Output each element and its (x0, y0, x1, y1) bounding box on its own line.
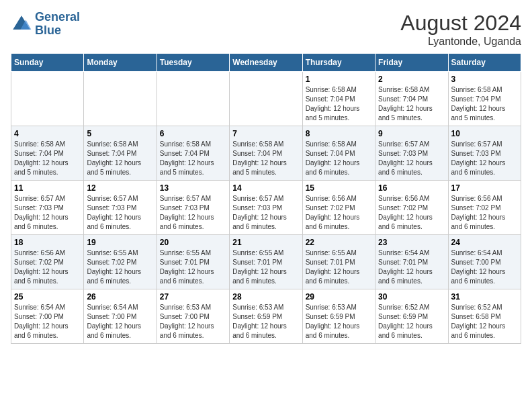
weekday-header: Thursday (302, 54, 375, 72)
day-info: Sunrise: 6:53 AM Sunset: 7:00 PM Dayligh… (160, 303, 226, 340)
calendar-day-cell: 22Sunrise: 6:55 AM Sunset: 7:01 PM Dayli… (302, 235, 375, 289)
day-info: Sunrise: 6:56 AM Sunset: 7:02 PM Dayligh… (14, 248, 81, 286)
day-info: Sunrise: 6:58 AM Sunset: 7:04 PM Dayligh… (160, 140, 226, 177)
calendar-day-cell: 19Sunrise: 6:55 AM Sunset: 7:02 PM Dayli… (84, 235, 157, 289)
calendar-day-cell: 12Sunrise: 6:57 AM Sunset: 7:03 PM Dayli… (84, 181, 157, 235)
logo-icon (11, 13, 32, 35)
calendar-day-cell: 7Sunrise: 6:58 AM Sunset: 7:04 PM Daylig… (230, 126, 302, 181)
day-number: 17 (451, 183, 518, 193)
day-number: 28 (232, 292, 299, 302)
day-number: 2 (378, 75, 445, 84)
day-info: Sunrise: 6:58 AM Sunset: 7:04 PM Dayligh… (87, 140, 153, 177)
calendar-day-cell (157, 72, 229, 126)
calendar-day-cell: 23Sunrise: 6:54 AM Sunset: 7:01 PM Dayli… (375, 235, 448, 289)
day-info: Sunrise: 6:57 AM Sunset: 7:03 PM Dayligh… (87, 194, 153, 232)
day-info: Sunrise: 6:56 AM Sunset: 7:02 PM Dayligh… (378, 194, 445, 232)
day-number: 4 (14, 129, 81, 138)
location: Lyantonde, Uganda (400, 36, 521, 48)
calendar-day-cell: 1Sunrise: 6:58 AM Sunset: 7:04 PM Daylig… (302, 72, 375, 126)
calendar-day-cell: 29Sunrise: 6:53 AM Sunset: 6:59 PM Dayli… (302, 289, 375, 344)
calendar-day-cell: 3Sunrise: 6:58 AM Sunset: 7:04 PM Daylig… (448, 72, 521, 126)
weekday-header: Saturday (448, 54, 521, 72)
day-info: Sunrise: 6:57 AM Sunset: 7:03 PM Dayligh… (160, 194, 226, 232)
day-info: Sunrise: 6:53 AM Sunset: 6:59 PM Dayligh… (306, 303, 372, 340)
calendar-week-row: 25Sunrise: 6:54 AM Sunset: 7:00 PM Dayli… (11, 289, 521, 344)
calendar-day-cell: 26Sunrise: 6:54 AM Sunset: 7:00 PM Dayli… (84, 289, 157, 344)
day-info: Sunrise: 6:56 AM Sunset: 7:02 PM Dayligh… (451, 194, 518, 232)
calendar-day-cell (84, 72, 157, 126)
day-info: Sunrise: 6:58 AM Sunset: 7:04 PM Dayligh… (306, 140, 372, 177)
calendar-day-cell: 2Sunrise: 6:58 AM Sunset: 7:04 PM Daylig… (375, 72, 448, 126)
day-number: 1 (306, 75, 372, 84)
calendar-day-cell: 4Sunrise: 6:58 AM Sunset: 7:04 PM Daylig… (11, 126, 84, 181)
day-number: 14 (232, 183, 299, 193)
day-info: Sunrise: 6:58 AM Sunset: 7:04 PM Dayligh… (451, 85, 518, 123)
day-number: 11 (14, 183, 81, 193)
day-number: 9 (378, 129, 445, 138)
day-number: 21 (232, 238, 299, 247)
weekday-header: Monday (84, 54, 157, 72)
calendar-day-cell: 16Sunrise: 6:56 AM Sunset: 7:02 PM Dayli… (375, 181, 448, 235)
calendar-day-cell: 9Sunrise: 6:57 AM Sunset: 7:03 PM Daylig… (375, 126, 448, 181)
day-number: 31 (451, 292, 518, 302)
calendar-day-cell (230, 72, 302, 126)
day-info: Sunrise: 6:54 AM Sunset: 7:00 PM Dayligh… (451, 248, 518, 286)
day-info: Sunrise: 6:54 AM Sunset: 7:00 PM Dayligh… (87, 303, 153, 340)
day-number: 10 (451, 129, 518, 138)
month-year: August 2024 (400, 11, 521, 36)
day-number: 18 (14, 238, 81, 247)
day-info: Sunrise: 6:54 AM Sunset: 7:00 PM Dayligh… (14, 303, 81, 340)
calendar-day-cell: 10Sunrise: 6:57 AM Sunset: 7:03 PM Dayli… (448, 126, 521, 181)
calendar-day-cell (11, 72, 84, 126)
day-info: Sunrise: 6:52 AM Sunset: 6:58 PM Dayligh… (451, 303, 518, 340)
calendar-day-cell: 11Sunrise: 6:57 AM Sunset: 7:03 PM Dayli… (11, 181, 84, 235)
weekday-header: Sunday (11, 54, 84, 72)
calendar-day-cell: 21Sunrise: 6:55 AM Sunset: 7:01 PM Dayli… (230, 235, 302, 289)
day-number: 20 (160, 238, 226, 247)
day-number: 15 (306, 183, 372, 193)
calendar-day-cell: 30Sunrise: 6:52 AM Sunset: 6:59 PM Dayli… (375, 289, 448, 344)
calendar-day-cell: 8Sunrise: 6:58 AM Sunset: 7:04 PM Daylig… (302, 126, 375, 181)
day-info: Sunrise: 6:55 AM Sunset: 7:02 PM Dayligh… (87, 248, 153, 286)
day-info: Sunrise: 6:58 AM Sunset: 7:04 PM Dayligh… (14, 140, 81, 177)
calendar-day-cell: 6Sunrise: 6:58 AM Sunset: 7:04 PM Daylig… (157, 126, 229, 181)
calendar-week-row: 4Sunrise: 6:58 AM Sunset: 7:04 PM Daylig… (11, 126, 521, 181)
day-info: Sunrise: 6:53 AM Sunset: 6:59 PM Dayligh… (232, 303, 299, 340)
weekday-header: Wednesday (230, 54, 302, 72)
logo-line2: Blue (35, 24, 80, 38)
calendar-week-row: 11Sunrise: 6:57 AM Sunset: 7:03 PM Dayli… (11, 181, 521, 235)
weekday-header: Friday (375, 54, 448, 72)
calendar-day-cell: 31Sunrise: 6:52 AM Sunset: 6:58 PM Dayli… (448, 289, 521, 344)
day-number: 26 (87, 292, 153, 302)
day-info: Sunrise: 6:57 AM Sunset: 7:03 PM Dayligh… (378, 140, 445, 177)
calendar: SundayMondayTuesdayWednesdayThursdayFrid… (11, 53, 521, 344)
calendar-day-cell: 18Sunrise: 6:56 AM Sunset: 7:02 PM Dayli… (11, 235, 84, 289)
day-number: 29 (306, 292, 372, 302)
calendar-day-cell: 14Sunrise: 6:57 AM Sunset: 7:03 PM Dayli… (230, 181, 302, 235)
day-info: Sunrise: 6:58 AM Sunset: 7:04 PM Dayligh… (306, 85, 372, 123)
logo-line1: General (35, 10, 80, 24)
logo: General Blue (11, 11, 80, 38)
day-number: 25 (14, 292, 81, 302)
day-info: Sunrise: 6:55 AM Sunset: 7:01 PM Dayligh… (232, 248, 299, 286)
calendar-week-row: 18Sunrise: 6:56 AM Sunset: 7:02 PM Dayli… (11, 235, 521, 289)
day-number: 7 (232, 129, 299, 138)
calendar-day-cell: 28Sunrise: 6:53 AM Sunset: 6:59 PM Dayli… (230, 289, 302, 344)
day-info: Sunrise: 6:56 AM Sunset: 7:02 PM Dayligh… (306, 194, 372, 232)
calendar-day-cell: 15Sunrise: 6:56 AM Sunset: 7:02 PM Dayli… (302, 181, 375, 235)
calendar-day-cell: 27Sunrise: 6:53 AM Sunset: 7:00 PM Dayli… (157, 289, 229, 344)
day-number: 22 (306, 238, 372, 247)
day-number: 13 (160, 183, 226, 193)
calendar-day-cell: 13Sunrise: 6:57 AM Sunset: 7:03 PM Dayli… (157, 181, 229, 235)
day-info: Sunrise: 6:57 AM Sunset: 7:03 PM Dayligh… (14, 194, 81, 232)
day-number: 19 (87, 238, 153, 247)
day-info: Sunrise: 6:57 AM Sunset: 7:03 PM Dayligh… (232, 194, 299, 232)
weekday-header: Tuesday (157, 54, 229, 72)
day-number: 24 (451, 238, 518, 247)
day-number: 12 (87, 183, 153, 193)
logo-text: General Blue (35, 11, 80, 38)
title-block: August 2024 Lyantonde, Uganda (400, 11, 521, 48)
calendar-day-cell: 5Sunrise: 6:58 AM Sunset: 7:04 PM Daylig… (84, 126, 157, 181)
day-info: Sunrise: 6:55 AM Sunset: 7:01 PM Dayligh… (306, 248, 372, 286)
day-info: Sunrise: 6:58 AM Sunset: 7:04 PM Dayligh… (378, 85, 445, 123)
